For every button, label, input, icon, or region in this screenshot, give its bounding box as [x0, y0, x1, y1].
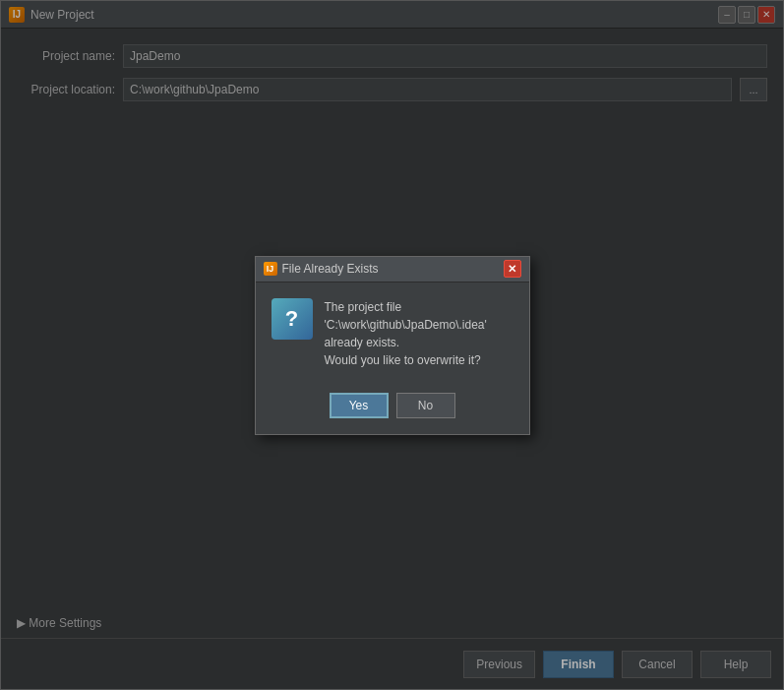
main-window: IJ New Project – □ ✕ Project name: Proje…: [0, 0, 784, 690]
dialog-content: ? The project file 'C:\work\github\JpaDe…: [256, 282, 529, 385]
no-button[interactable]: No: [396, 393, 455, 418]
dialog-overlay: IJ File Already Exists ✕ ? The project f…: [1, 1, 783, 689]
dialog-close-button[interactable]: ✕: [504, 260, 521, 278]
dialog-buttons: Yes No: [256, 385, 529, 434]
yes-button[interactable]: Yes: [330, 393, 389, 418]
dialog-app-icon: IJ: [264, 262, 277, 276]
file-already-exists-dialog: IJ File Already Exists ✕ ? The project f…: [255, 256, 530, 435]
dialog-title: File Already Exists: [282, 262, 379, 276]
question-icon: ?: [271, 298, 313, 340]
dialog-message: The project file 'C:\work\github\JpaDemo…: [325, 298, 513, 369]
dialog-title-left: IJ File Already Exists: [264, 262, 379, 276]
dialog-title-bar: IJ File Already Exists ✕: [256, 257, 529, 282]
